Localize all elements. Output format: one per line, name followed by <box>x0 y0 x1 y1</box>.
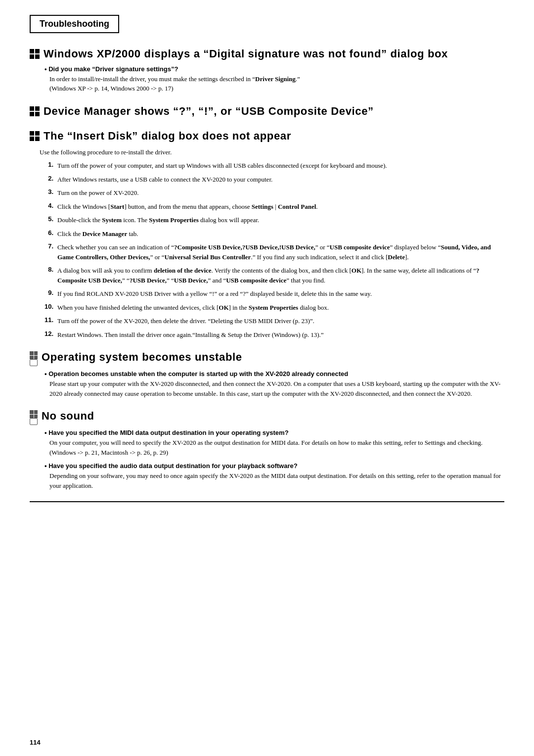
windows-mac-icon-pair <box>30 351 38 366</box>
section-unstable-title: Operating system becomes unstable <box>30 350 504 366</box>
mac-icon-small-2 <box>30 418 38 425</box>
bullet-unstable: Operation becomes unstable when the comp… <box>44 370 504 398</box>
section-insert-disk-title: The “Insert Disk” dialog box does not ap… <box>30 129 504 143</box>
insert-disk-steps: 1. Turn off the power of your computer, … <box>40 161 504 339</box>
bullet-title-unstable: Operation becomes unstable when the comp… <box>44 370 504 378</box>
section-no-sound: No sound Have you specified the MIDI dat… <box>30 409 504 490</box>
section-unstable: Operating system becomes unstable Operat… <box>30 350 504 398</box>
section-insert-disk: The “Insert Disk” dialog box does not ap… <box>30 129 504 339</box>
mac-icon-small <box>30 359 38 366</box>
step-9: 9. If you find ROLAND XV-2020 USB Driver… <box>40 289 504 299</box>
step-11: 11. Turn off the power of the XV-2020, t… <box>40 316 504 326</box>
section-device-manager-title: Device Manager shows “?”, “!”, or “USB C… <box>30 104 504 119</box>
footer-divider <box>30 501 504 502</box>
step-12: 12. Restart Windows. Then install the dr… <box>40 330 504 340</box>
bullet-text-midi: On your computer, you will need to speci… <box>49 438 504 457</box>
windows-icon-2 <box>30 106 40 116</box>
page-number: 114 <box>30 739 41 746</box>
page: Troubleshooting Windows XP/2000 displays… <box>0 0 534 756</box>
section-digital-signature-title: Windows XP/2000 displays a “Digital sign… <box>30 47 504 61</box>
step-7: 7. Check whether you can see an indicati… <box>40 242 504 262</box>
step-8: 8. A dialog box will ask you to confirm … <box>40 266 504 285</box>
bullet-audio-destination: Have you specified the audio data output… <box>44 462 504 490</box>
bullet-text-unstable: Please start up your computer with the X… <box>49 379 504 398</box>
step-10: 10. When you have finished deleting the … <box>40 303 504 313</box>
step-1: 1. Turn off the power of your computer, … <box>40 161 504 171</box>
windows-icon <box>30 49 40 59</box>
step-2: 2. After Windows restarts, use a USB cab… <box>40 175 504 185</box>
bullet-driver-signature: Did you make “Driver signature settings”… <box>44 65 504 94</box>
bullet-text-audio: Depending on your software, you may need… <box>49 471 504 490</box>
bullet-title-midi: Have you specified the MIDI data output … <box>44 429 504 436</box>
section-device-manager: Device Manager shows “?”, “!”, or “USB C… <box>30 104 504 119</box>
section-digital-signature: Windows XP/2000 displays a “Digital sign… <box>30 47 504 94</box>
section-insert-disk-intro: Use the following procedure to re-instal… <box>40 147 504 157</box>
windows-icon-small <box>30 351 38 359</box>
bullet-midi-destination: Have you specified the MIDI data output … <box>44 429 504 457</box>
bullet-title-driver-signature: Did you make “Driver signature settings”… <box>44 65 504 73</box>
step-3: 3. Turn on the power of XV-2020. <box>40 188 504 198</box>
section-no-sound-title: No sound <box>30 409 504 425</box>
page-title: Troubleshooting <box>40 19 109 29</box>
step-4: 4. Click the Windows [Start] button, and… <box>40 202 504 212</box>
step-5: 5. Double-click the System icon. The Sys… <box>40 215 504 225</box>
windows-icon-3 <box>30 131 40 141</box>
windows-icon-small-2 <box>30 410 38 418</box>
step-6: 6. Click the Device Manager tab. <box>40 229 504 239</box>
bullet-title-audio: Have you specified the audio data output… <box>44 462 504 470</box>
troubleshooting-header: Troubleshooting <box>30 15 119 33</box>
windows-mac-icon-pair-2 <box>30 410 38 425</box>
bullet-text-driver-signature: In order to install/re-install the drive… <box>49 74 504 94</box>
